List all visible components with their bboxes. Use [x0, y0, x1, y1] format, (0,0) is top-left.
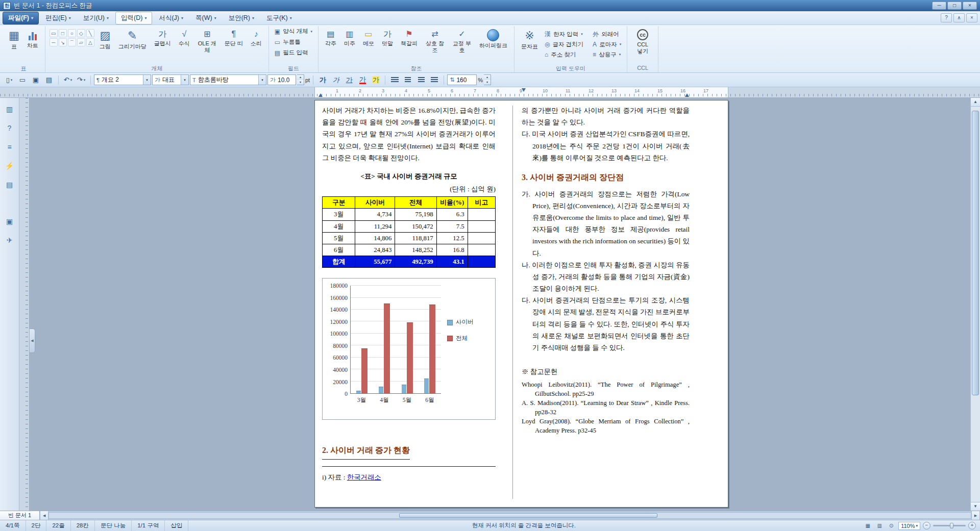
- insert-table-button[interactable]: ▦ 표: [6, 27, 22, 52]
- footnote-button[interactable]: ▤ 각주: [323, 27, 339, 49]
- zoom-slider-knob[interactable]: [950, 523, 953, 528]
- loanword-button[interactable]: 外 외래어: [591, 29, 623, 39]
- menu-file[interactable]: 파일(F)▾: [3, 12, 39, 24]
- endnote-button[interactable]: ▥ 미주: [341, 27, 358, 49]
- shape-ellipse-tool[interactable]: ○: [68, 29, 76, 37]
- undo-button[interactable]: ↶▾: [62, 74, 74, 86]
- memo-button[interactable]: ▭ 메모: [360, 27, 377, 49]
- equation-button[interactable]: √ 수식: [176, 27, 192, 49]
- representative-font-select[interactable]: 가 대표 ▾: [152, 74, 189, 85]
- menu-security[interactable]: 보안(R)▾: [223, 12, 260, 24]
- embedded-bar-chart[interactable]: 0200004000060000800001000001200001400001…: [322, 278, 496, 420]
- click-here-field-button[interactable]: ▭ 누름틀: [273, 38, 302, 46]
- help-panel-icon[interactable]: ?: [3, 122, 16, 134]
- paragraph-style-select[interactable]: ¶ 개요 2 ▾: [94, 74, 151, 85]
- autotext-button[interactable]: ≡ 상용구 ▾: [591, 49, 623, 60]
- sound-button[interactable]: ♪ 소리: [248, 27, 264, 49]
- romanization-button[interactable]: A 로마자 ▾: [591, 39, 623, 49]
- font-family-select[interactable]: T 함초롬바탕 ▾: [190, 74, 266, 85]
- font-size-stepper[interactable]: ▴▾: [297, 74, 304, 85]
- bold-button[interactable]: 가: [316, 74, 329, 86]
- menu-view[interactable]: 보기(U)▾: [78, 12, 114, 24]
- vertical-scrollbar[interactable]: ▲ ▼: [970, 98, 980, 511]
- cross-reference-button[interactable]: ⇄ 상호 참조: [423, 27, 447, 55]
- zoom-in-button[interactable]: +: [968, 522, 976, 529]
- scroll-down-button[interactable]: ▼: [971, 502, 980, 511]
- scroll-up-button[interactable]: ▲: [971, 98, 980, 107]
- align-right-button[interactable]: [428, 74, 440, 86]
- line-spacing-stepper[interactable]: ▴▾: [484, 74, 491, 85]
- right-indent-marker[interactable]: [685, 93, 689, 97]
- open-button[interactable]: ▭: [16, 74, 29, 86]
- redo-button[interactable]: ↷▾: [75, 74, 87, 86]
- field-input-button[interactable]: ▤ 필드 입력: [273, 48, 310, 57]
- font-color-button[interactable]: 가: [359, 76, 366, 84]
- shape-diamond-tool[interactable]: ◇: [77, 29, 85, 37]
- menu-page[interactable]: 쪽(W)▾: [190, 12, 222, 24]
- new-document-button[interactable]: ▯▾: [3, 74, 15, 86]
- status-insert-mode[interactable]: 삽입: [165, 520, 188, 531]
- maximize-button[interactable]: □: [947, 2, 962, 10]
- hscroll-left-button[interactable]: ◀: [40, 511, 48, 520]
- shape-arrow-tool[interactable]: ↘: [59, 38, 67, 46]
- collapse-ribbon-button[interactable]: ∧: [953, 13, 965, 22]
- korea-exchange-link[interactable]: 한국거래소: [347, 473, 381, 481]
- panel-collapse-handle[interactable]: ◀: [30, 328, 35, 353]
- tab-stop-marker[interactable]: [522, 88, 526, 92]
- zoom-out-button[interactable]: −: [923, 522, 930, 529]
- left-indent-marker[interactable]: [318, 93, 323, 97]
- align-left-button[interactable]: [402, 74, 414, 86]
- italic-button[interactable]: 가: [330, 74, 342, 86]
- zoom-level-select[interactable]: 110%▾: [898, 522, 920, 530]
- outline-panel-icon[interactable]: ≡: [3, 141, 16, 153]
- shape-line-tool[interactable]: ╲: [86, 29, 94, 37]
- horizontal-scroll-thumb[interactable]: [399, 513, 657, 518]
- overlap-letters-button[interactable]: ◎ 글자 겹치기: [543, 39, 585, 49]
- insert-ccl-button[interactable]: cc CCL 넣기: [631, 27, 654, 56]
- close-button[interactable]: ×: [963, 2, 977, 10]
- clipart-panel-icon[interactable]: ▣: [3, 215, 16, 227]
- vertical-scroll-track[interactable]: [971, 107, 980, 502]
- shape-parallelogram-tool[interactable]: ▱: [77, 38, 85, 46]
- character-map-button[interactable]: ※ 문자표: [519, 27, 541, 52]
- hyperlink-button[interactable]: 하이퍼링크: [477, 27, 510, 51]
- shape-square-tool[interactable]: □: [59, 29, 67, 37]
- zoom-glass-icon[interactable]: ⊙: [887, 522, 896, 530]
- document-page[interactable]: 사이버 거래가 차지하는 비중은 16.8%이지만, 급속한 증가율을 감안할 …: [314, 100, 728, 508]
- shape-arc-tool[interactable]: ⌒: [68, 38, 76, 46]
- highlight-color-button[interactable]: 가: [372, 76, 380, 84]
- document-canvas[interactable]: ◀ 사이버 거래가 차지하는 비중은 16.8%이지만, 급속한 증가율을 감안…: [30, 98, 970, 511]
- minimize-button[interactable]: ─: [932, 2, 946, 10]
- picture-button[interactable]: ▨ 그림: [97, 27, 113, 52]
- help-button[interactable]: ?: [941, 13, 952, 22]
- shape-rectangle-tool[interactable]: ▭: [50, 29, 58, 37]
- menu-edit[interactable]: 편집(E)▾: [40, 12, 77, 24]
- wordart-button[interactable]: 가 글맵시: [152, 27, 174, 49]
- quick-action-icon[interactable]: ⚡: [3, 160, 16, 172]
- align-justify-button[interactable]: [388, 74, 401, 86]
- line-spacing-input[interactable]: ⇅ 160: [447, 74, 477, 85]
- print-button[interactable]: ▤: [43, 74, 55, 86]
- underline-button[interactable]: 가: [343, 74, 355, 86]
- hscroll-right-button[interactable]: ▶: [971, 511, 980, 520]
- shape-hline-tool[interactable]: ─: [50, 38, 58, 46]
- shape-triangle-tool[interactable]: △: [86, 38, 94, 46]
- address-search-button[interactable]: ⌂ 주소 찾기: [543, 49, 585, 60]
- drawing-gallery-button[interactable]: ✎ 그리기마당: [116, 27, 149, 52]
- proofreading-marks-button[interactable]: ✓ 교정 부호: [450, 27, 474, 55]
- zoom-slider[interactable]: [933, 525, 966, 526]
- send-document-icon[interactable]: ✈: [3, 234, 16, 246]
- hanja-input-button[interactable]: 漢 한자 입력 ▾: [543, 29, 585, 39]
- pages-view-icon[interactable]: ▥: [3, 103, 16, 115]
- page-view-icon[interactable]: ▦: [863, 522, 872, 530]
- font-size-input[interactable]: 가 10.0: [267, 74, 296, 85]
- vertical-scroll-thumb[interactable]: [972, 111, 979, 395]
- full-view-icon[interactable]: ▥: [875, 522, 884, 530]
- paragraph-band-button[interactable]: ¶ 문단 띠: [222, 27, 246, 49]
- menu-tools[interactable]: 도구(K)▾: [261, 12, 298, 24]
- menu-format[interactable]: 서식(J)▾: [153, 12, 189, 24]
- ole-object-button[interactable]: ⊞ OLE 개체: [195, 27, 219, 55]
- ruby-text-button[interactable]: 가 덧말: [379, 27, 396, 49]
- insert-chart-button[interactable]: 차트: [24, 27, 41, 51]
- horizontal-scroll-track[interactable]: [48, 512, 971, 519]
